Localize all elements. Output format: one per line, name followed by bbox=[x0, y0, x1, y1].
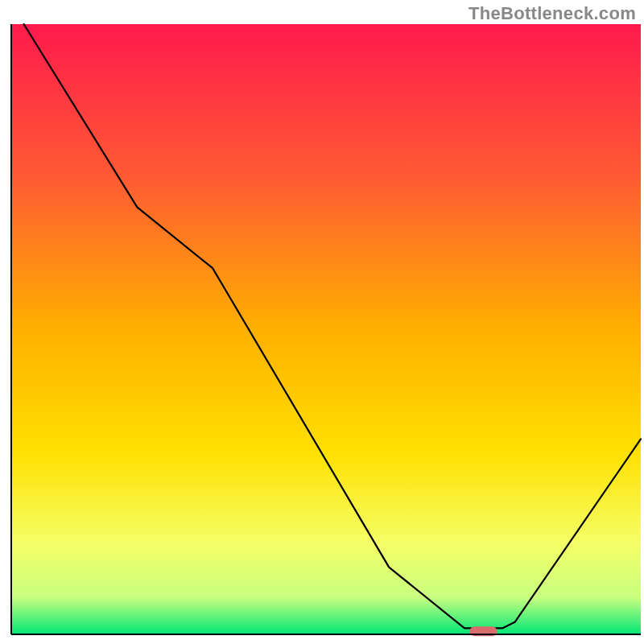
chart-background bbox=[11, 24, 641, 634]
chart-container: TheBottleneck.com bbox=[0, 0, 644, 644]
bottleneck-chart bbox=[0, 0, 644, 644]
watermark-label: TheBottleneck.com bbox=[469, 3, 636, 24]
